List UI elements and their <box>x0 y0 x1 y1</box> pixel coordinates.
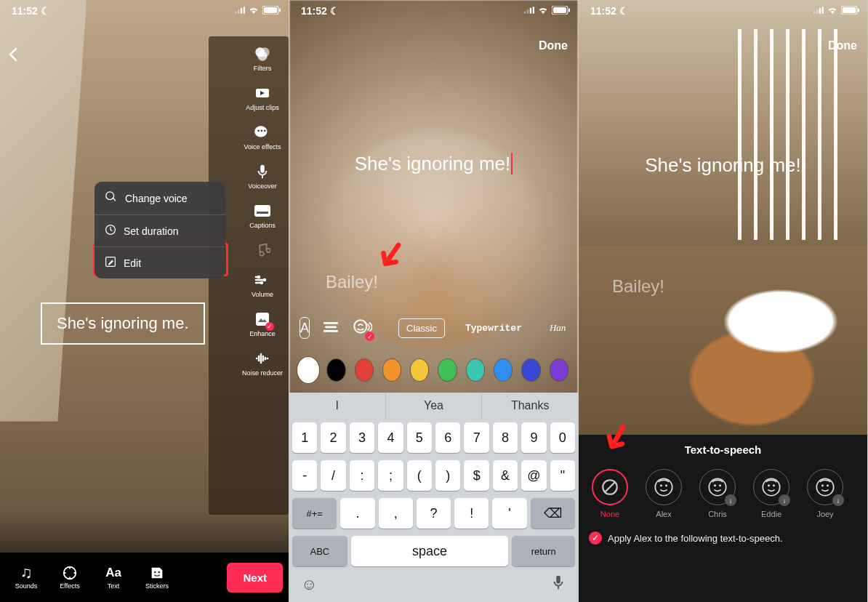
color-swatch[interactable] <box>411 359 428 381</box>
keyboard-key[interactable]: - <box>292 460 317 491</box>
text-to-speech-button[interactable]: ✓ <box>352 317 372 339</box>
keyboard-key[interactable]: 2 <box>321 422 345 453</box>
overlay-text[interactable]: She's ignoring me! <box>579 154 867 177</box>
back-button[interactable] <box>9 47 17 66</box>
status-bar: 11:52 ☾ <box>579 0 867 20</box>
noise-reducer-button[interactable]: Noise reducer <box>241 348 284 377</box>
enhance-icon: ✓ <box>252 309 273 329</box>
keyboard-key[interactable]: ) <box>435 460 460 491</box>
color-swatch[interactable] <box>383 359 401 381</box>
apply-checkbox[interactable]: ✓ <box>589 531 602 545</box>
backspace-key[interactable]: ⌫ <box>531 498 575 529</box>
keyboard-suggestion[interactable]: I <box>289 393 386 419</box>
text-overlay[interactable]: She's ignoring me. <box>41 302 205 345</box>
svg-rect-6 <box>279 9 281 12</box>
keyboard-key[interactable]: ; <box>378 460 403 491</box>
edit-icon <box>105 256 116 270</box>
keyboard-suggestion[interactable]: Thanks <box>482 393 578 419</box>
align-button[interactable] <box>323 317 339 339</box>
keyboard-key[interactable]: . <box>340 498 374 529</box>
keyboard-key[interactable]: : <box>350 460 374 491</box>
return-key[interactable]: return <box>512 536 575 566</box>
next-button[interactable]: Next <box>227 563 283 593</box>
voice-label: None <box>600 510 619 518</box>
keyboard-key[interactable]: 0 <box>550 422 575 453</box>
voice-option[interactable]: ↓Chris <box>696 469 739 518</box>
secondary-text[interactable]: Bailey! <box>326 272 378 292</box>
space-key[interactable]: space <box>351 536 509 566</box>
keyboard-key[interactable]: ' <box>492 498 526 529</box>
keyboard-key[interactable]: 4 <box>378 422 403 453</box>
music-icon: ♫ <box>16 564 36 582</box>
color-swatch[interactable] <box>438 359 456 381</box>
effects-button[interactable]: Effects <box>49 564 90 590</box>
sounds-button[interactable]: ♫ Sounds <box>6 564 47 590</box>
keyboard-key[interactable]: 3 <box>350 422 374 453</box>
color-swatch[interactable] <box>300 359 317 381</box>
done-button[interactable]: Done <box>539 39 568 52</box>
dictate-key[interactable] <box>550 574 566 595</box>
keyboard-key[interactable]: 9 <box>521 422 546 453</box>
keyboard-key[interactable]: , <box>379 498 413 529</box>
keyboard-key[interactable]: / <box>321 460 345 491</box>
keyboard-key[interactable]: 1 <box>292 422 317 453</box>
filters-button[interactable]: Filters <box>241 44 284 73</box>
voice-option[interactable]: None <box>589 469 631 518</box>
svg-point-53 <box>763 478 779 495</box>
done-button[interactable]: Done <box>828 39 857 52</box>
color-swatch[interactable] <box>355 359 373 381</box>
keyboard-key[interactable]: @ <box>521 460 546 491</box>
captions-button[interactable]: Captions <box>241 201 284 230</box>
font-classic[interactable]: Classic <box>398 318 445 338</box>
none-icon <box>592 469 628 505</box>
font-typewriter-label: Typewriter <box>465 323 522 334</box>
secondary-text[interactable]: Bailey! <box>612 276 664 297</box>
keyboard-key[interactable]: & <box>493 460 518 491</box>
editing-text[interactable]: She's ignoring me! <box>289 153 578 175</box>
change-voice-option[interactable]: Change voice <box>95 182 225 215</box>
voice-label: Chris <box>708 510 727 518</box>
text-style-button[interactable]: A <box>300 317 310 339</box>
text-icon: Aa <box>103 564 124 582</box>
voice-option[interactable]: ↓Joey <box>804 469 846 518</box>
keyboard-key[interactable]: 5 <box>407 422 432 453</box>
face-icon <box>646 469 682 505</box>
keyboard-key[interactable]: ? <box>417 498 451 529</box>
color-swatch[interactable] <box>327 359 345 381</box>
emoji-key[interactable]: ☺ <box>301 575 317 594</box>
text-button[interactable]: Aa Text <box>93 564 134 590</box>
voiceover-button[interactable]: Voiceover <box>241 161 284 190</box>
keyboard-key[interactable]: $ <box>464 460 489 491</box>
keyboard-key[interactable]: ! <box>454 498 489 529</box>
abc-key[interactable]: ABC <box>292 536 347 566</box>
font-typewriter[interactable]: Typewriter <box>458 319 529 337</box>
keyboard-key[interactable]: " <box>550 460 575 491</box>
adjust-clips-button[interactable]: Adjust clips <box>241 83 284 112</box>
signal-icon <box>813 5 824 17</box>
overlay-text-content: She's ignoring me! <box>645 154 801 176</box>
shift-key[interactable]: #+= <box>292 498 337 529</box>
voice-option[interactable]: Alex <box>643 469 685 518</box>
stickers-button[interactable]: Stickers <box>137 564 177 590</box>
voice-effects-button[interactable]: Voice effects <box>241 122 284 151</box>
color-swatch[interactable] <box>522 359 539 381</box>
keyboard-key[interactable]: 8 <box>493 422 518 453</box>
voice-option[interactable]: ↓Eddie <box>750 469 792 518</box>
svg-rect-35 <box>568 9 570 12</box>
apply-row[interactable]: ✓ Apply Alex to the following text-to-sp… <box>589 531 857 545</box>
color-swatch[interactable] <box>550 359 568 381</box>
keyboard-key[interactable]: ( <box>407 460 432 491</box>
keyboard-key[interactable]: 6 <box>435 422 460 453</box>
volume-button[interactable]: Volume <box>241 270 284 299</box>
enhance-button[interactable]: ✓ Enhance <box>241 309 284 338</box>
keyboard-suggestion[interactable]: Yea <box>386 393 483 419</box>
font-handwriting[interactable]: Han <box>542 318 573 337</box>
svg-point-36 <box>354 320 366 332</box>
color-swatch[interactable] <box>494 359 512 381</box>
svg-rect-40 <box>819 7 821 13</box>
edit-option[interactable]: Edit <box>95 247 225 278</box>
keyboard-key[interactable]: 7 <box>464 422 489 453</box>
color-swatch[interactable] <box>467 359 484 381</box>
voice-label: Eddie <box>761 510 781 518</box>
set-duration-option[interactable]: Set duration <box>95 215 225 247</box>
